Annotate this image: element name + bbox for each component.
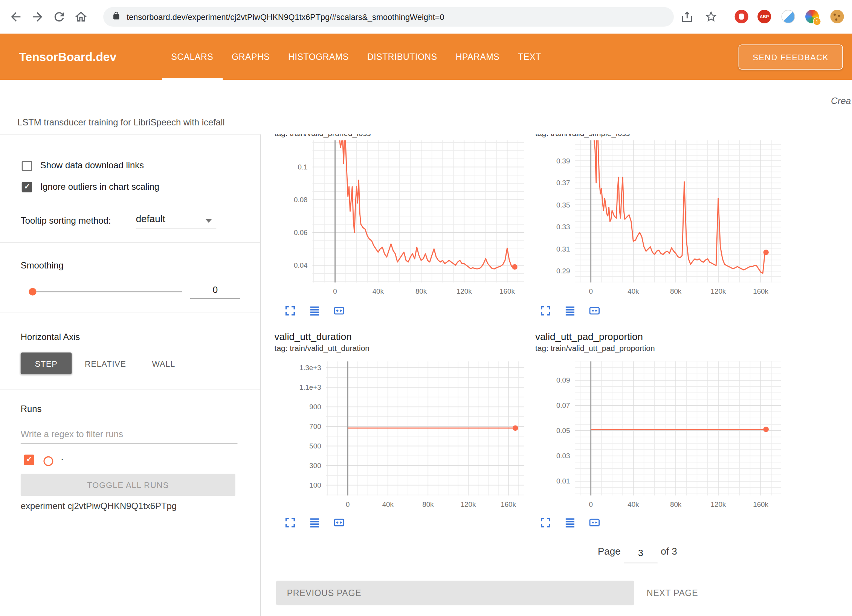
- fit-domain-icon[interactable]: [588, 516, 601, 529]
- chart-title: valid_utt_pad_proportion: [535, 331, 643, 343]
- svg-text:0: 0: [333, 288, 337, 296]
- chart-valid-utt-duration-canvas[interactable]: 040k80k120k160k1003005007009001.1e+31.3e…: [282, 361, 524, 515]
- svg-text:0.35: 0.35: [556, 201, 570, 209]
- svg-text:160k: 160k: [753, 288, 768, 296]
- expand-chart-icon[interactable]: [539, 304, 552, 317]
- bookmark-star-icon[interactable]: [704, 10, 719, 24]
- show-download-links-label: Show data download links: [40, 160, 144, 171]
- app-header: TensorBoard.dev SCALARS GRAPHS HISTOGRAM…: [0, 34, 852, 80]
- svg-text:160k: 160k: [753, 500, 768, 508]
- run-color-indicator: [43, 456, 53, 466]
- svg-text:0.33: 0.33: [556, 223, 570, 231]
- settings-sidebar: Show data download links Ignore outliers…: [0, 134, 261, 616]
- axis-wall-button[interactable]: WALL: [145, 352, 183, 374]
- chart-valid-pruned-loss-canvas[interactable]: 040k80k120k160k0.040.060.080.1: [272, 140, 524, 302]
- tab-histograms[interactable]: HISTOGRAMS: [279, 34, 358, 80]
- fit-domain-icon[interactable]: [588, 304, 601, 317]
- browser-toolbar: tensorboard.dev/experiment/cj2vtPiwQHKN9…: [0, 0, 852, 34]
- back-icon[interactable]: [9, 10, 23, 24]
- data-series-icon[interactable]: [563, 304, 577, 317]
- divider: [0, 389, 260, 389]
- svg-text:80k: 80k: [670, 288, 682, 296]
- expand-chart-icon[interactable]: [284, 516, 297, 529]
- ignore-outliers-checkbox[interactable]: [22, 182, 32, 192]
- tab-text[interactable]: TEXT: [509, 34, 550, 80]
- smoothing-slider-track[interactable]: [37, 291, 182, 292]
- tab-hparams[interactable]: HPARAMS: [446, 34, 509, 80]
- divider: [0, 312, 260, 312]
- data-series-icon[interactable]: [308, 304, 321, 317]
- expand-chart-icon[interactable]: [284, 304, 297, 317]
- chart-valid-utt-pad-proportion-canvas[interactable]: 040k80k120k160k0.010.030.050.070.09: [535, 361, 781, 515]
- svg-text:0.03: 0.03: [556, 452, 570, 460]
- chevron-down-icon[interactable]: [205, 219, 212, 223]
- svg-text:0.09: 0.09: [556, 376, 570, 384]
- show-download-links-checkbox[interactable]: [22, 161, 32, 171]
- brand-logo[interactable]: TensorBoard.dev: [19, 34, 116, 80]
- svg-text:120k: 120k: [711, 500, 726, 508]
- chart-toolbar: [284, 516, 345, 529]
- svg-text:0: 0: [346, 500, 350, 508]
- tensorboard-page: tensorboard.dev/experiment/cj2vtPiwQHKN9…: [0, 0, 852, 616]
- tooltip-sorting-dropdown[interactable]: default: [136, 213, 165, 225]
- svg-text:1.3e+3: 1.3e+3: [299, 364, 321, 372]
- extension-blue-icon[interactable]: [782, 10, 795, 23]
- fit-domain-icon[interactable]: [333, 516, 346, 529]
- clipped-chart-tag: tag: train/valid_pruned_loss: [275, 134, 454, 139]
- svg-text:160k: 160k: [499, 288, 515, 296]
- smoothing-value-input[interactable]: [190, 282, 240, 299]
- home-icon[interactable]: [74, 10, 88, 24]
- experiment-id-label: experiment cj2vtPiwQHKN9Q1tx6PTpg: [21, 501, 177, 511]
- toggle-all-runs-button[interactable]: TOGGLE ALL RUNS: [21, 474, 235, 496]
- nav-tabs: SCALARS GRAPHS HISTOGRAMS DISTRIBUTIONS …: [162, 34, 550, 80]
- svg-text:0.06: 0.06: [294, 229, 308, 236]
- smoothing-slider-thumb[interactable]: [29, 288, 36, 296]
- tab-graphs[interactable]: GRAPHS: [223, 34, 279, 80]
- reload-icon[interactable]: [52, 10, 66, 24]
- tab-distributions[interactable]: DISTRIBUTIONS: [358, 34, 446, 80]
- data-series-icon[interactable]: [563, 516, 577, 529]
- axis-step-button[interactable]: STEP: [21, 352, 72, 374]
- forward-icon[interactable]: [31, 10, 45, 24]
- dropdown-underline: [136, 229, 217, 229]
- extension-adblock-icon[interactable]: [735, 10, 748, 23]
- extension-cookie-icon[interactable]: [830, 10, 844, 23]
- divider: [0, 242, 260, 242]
- chart-title: valid_utt_duration: [275, 331, 352, 343]
- send-feedback-button[interactable]: SEND FEEDBACK: [739, 44, 843, 69]
- svg-text:0: 0: [589, 500, 592, 508]
- run-checkbox[interactable]: [24, 455, 34, 465]
- svg-text:0.31: 0.31: [556, 245, 570, 253]
- data-series-icon[interactable]: [308, 516, 321, 529]
- page-label: Page: [598, 546, 621, 557]
- chart-valid-simple-loss-canvas[interactable]: 040k80k120k160k0.290.310.330.350.370.39: [535, 140, 781, 302]
- previous-page-button[interactable]: PREVIOUS PAGE: [276, 581, 634, 605]
- share-icon[interactable]: [680, 10, 695, 24]
- chart-toolbar: [539, 516, 601, 529]
- svg-text:40k: 40k: [382, 500, 394, 508]
- chart-toolbar: [284, 304, 345, 317]
- chart-tag: tag: train/valid_utt_duration: [275, 344, 370, 352]
- svg-text:900: 900: [309, 403, 321, 411]
- expand-chart-icon[interactable]: [539, 516, 552, 529]
- profile-avatar-icon[interactable]: 1: [805, 10, 819, 23]
- svg-text:0.05: 0.05: [556, 427, 570, 435]
- svg-text:0.08: 0.08: [294, 196, 308, 204]
- horizontal-axis-label: Horizontal Axis: [21, 332, 80, 342]
- fit-domain-icon[interactable]: [333, 304, 346, 317]
- address-bar[interactable]: tensorboard.dev/experiment/cj2vtPiwQHKN9…: [103, 7, 674, 27]
- runs-filter-input[interactable]: [21, 425, 238, 444]
- extension-abp-icon[interactable]: ABP: [757, 10, 771, 23]
- svg-text:40k: 40k: [628, 288, 639, 296]
- next-page-button[interactable]: NEXT PAGE: [647, 581, 698, 605]
- clipped-chart-tag: tag: train/valid_simple_loss: [535, 134, 715, 139]
- ignore-outliers-label: Ignore outliers in chart scaling: [40, 181, 159, 192]
- tab-scalars[interactable]: SCALARS: [162, 34, 223, 80]
- chart-toolbar: [539, 304, 601, 317]
- url-text: tensorboard.dev/experiment/cj2vtPiwQHKN9…: [127, 12, 444, 21]
- axis-relative-button[interactable]: RELATIVE: [79, 352, 131, 374]
- smoothing-label: Smoothing: [21, 260, 64, 270]
- run-name: .: [61, 451, 64, 463]
- page-number-input[interactable]: [624, 544, 657, 563]
- svg-text:0.01: 0.01: [556, 477, 570, 485]
